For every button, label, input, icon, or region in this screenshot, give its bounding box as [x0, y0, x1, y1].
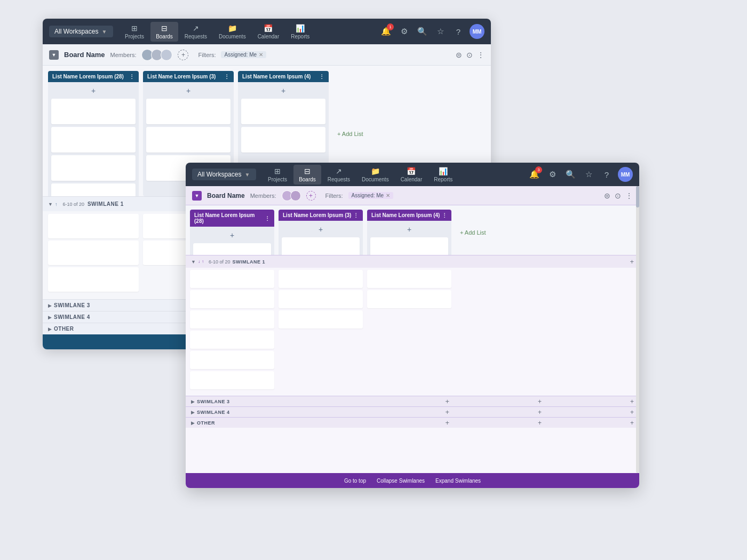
front-col1-card-1[interactable]	[193, 243, 271, 255]
front-swimlane-4-add-col3[interactable]: +	[630, 409, 634, 416]
front-help-btn[interactable]: ?	[600, 167, 614, 181]
front-avatar[interactable]: MM	[618, 167, 633, 182]
front-add-member-btn[interactable]: +	[306, 191, 316, 201]
back-col1-card-4[interactable]	[51, 183, 136, 196]
back-col2-more[interactable]: ⋮	[224, 74, 229, 79]
front-star-btn[interactable]: ☆	[582, 167, 595, 181]
back-col3-card-2[interactable]	[241, 127, 325, 153]
back-filter-icon[interactable]: ⊜	[456, 51, 462, 59]
front-workspace-selector[interactable]: All Workspaces ▼	[192, 169, 256, 180]
front-other-toggle[interactable]: ▶	[191, 420, 195, 426]
back-nav-documents[interactable]: 📁 Documents	[213, 22, 251, 42]
front-other-add-col3[interactable]: +	[630, 419, 634, 427]
back-swimlane-4-toggle[interactable]: ▶	[48, 315, 52, 320]
front-sl1-col2-card-1[interactable]	[279, 270, 363, 288]
back-nav-boards[interactable]: ⊟ Boards	[150, 22, 178, 42]
back-nav-projects[interactable]: ⊞ Projects	[120, 22, 149, 42]
back-nav-requests[interactable]: ↗ Requests	[179, 22, 212, 42]
back-help-btn[interactable]: ?	[451, 25, 465, 38]
front-nav-calendar[interactable]: 📅 Calendar	[395, 165, 428, 185]
back-more-icon[interactable]: ⋮	[477, 51, 484, 59]
front-swimlane-4-add-col2[interactable]: +	[538, 409, 542, 416]
back-search-btn[interactable]: 🔍	[415, 25, 429, 38]
back-col1-more[interactable]: ⋮	[129, 74, 134, 79]
back-col2-card-1[interactable]	[146, 99, 231, 124]
back-add-member-btn[interactable]: +	[178, 50, 188, 60]
front-sl1-col1-card-6[interactable]	[190, 371, 274, 389]
back-col1-card-2[interactable]	[51, 127, 136, 153]
front-swimlane-1-toggle[interactable]: ▼	[191, 259, 196, 265]
front-swimlane-3-toggle[interactable]: ▶	[191, 399, 195, 404]
back-star-btn[interactable]: ☆	[433, 25, 447, 38]
back-view-icon[interactable]: ⊙	[466, 51, 473, 59]
back-col2-add[interactable]: +	[146, 85, 231, 96]
front-nav-documents[interactable]: 📁 Documents	[356, 165, 394, 185]
front-col2-add[interactable]: +	[282, 224, 360, 235]
front-sl1-col1-card-2[interactable]	[190, 290, 274, 308]
back-swimlane-1-toggle[interactable]: ▼	[48, 202, 53, 207]
back-avatar[interactable]: MM	[470, 24, 484, 39]
front-sl1-col1-card-3[interactable]	[190, 310, 274, 329]
back-other-label: OTHER	[54, 326, 74, 332]
front-col2-more[interactable]: ⋮	[353, 212, 359, 218]
front-swimlane-3-add-col2[interactable]: +	[538, 398, 542, 405]
front-filter-icon[interactable]: ⊜	[604, 191, 610, 200]
back-filter-remove[interactable]: ✕	[259, 52, 263, 58]
front-view-icon[interactable]: ⊙	[615, 191, 621, 200]
back-sl1-col1-card-3[interactable]	[48, 267, 139, 292]
front-collapse-btn[interactable]: ▼	[192, 191, 202, 201]
back-collapse-btn[interactable]: ▼	[49, 50, 59, 60]
front-col3-card-1[interactable]	[370, 237, 448, 255]
back-col3-card-1[interactable]	[241, 99, 325, 124]
back-other-toggle[interactable]: ▶	[48, 326, 52, 332]
front-add-list[interactable]: + Add List	[456, 210, 490, 255]
front-nav-boards[interactable]: ⊟ Boards	[293, 165, 321, 185]
front-scrollbar-thumb[interactable]	[636, 186, 639, 207]
back-col3-add[interactable]: +	[241, 85, 325, 96]
back-notifications-btn[interactable]: 🔔 1	[379, 25, 393, 38]
front-sl1-col3-card-2[interactable]	[367, 290, 451, 308]
front-col1-add[interactable]: +	[193, 230, 271, 241]
front-sl1-col2-card-3[interactable]	[279, 310, 363, 329]
front-col3-add[interactable]: +	[370, 224, 448, 235]
back-workspace-selector[interactable]: All Workspaces ▼	[49, 26, 113, 37]
front-filter-remove[interactable]: ✕	[386, 193, 390, 198]
front-col3-more[interactable]: ⋮	[442, 212, 447, 218]
back-col1-card-1[interactable]	[51, 99, 136, 124]
front-swimlane-4-add[interactable]: +	[445, 408, 449, 416]
front-col1-more[interactable]: ⋮	[265, 215, 270, 221]
front-scrollbar[interactable]	[636, 186, 639, 473]
front-swimlane-1-add[interactable]: +	[630, 258, 634, 266]
back-col2-card-2[interactable]	[146, 127, 231, 153]
front-collapse-swimlanes[interactable]: Collapse Swimlanes	[377, 478, 425, 484]
front-go-to-top[interactable]: Go to top	[344, 478, 366, 484]
back-swimlane-3-toggle[interactable]: ▶	[48, 303, 52, 308]
front-search-btn[interactable]: 🔍	[563, 167, 577, 181]
front-nav-reports[interactable]: 📊 Reports	[428, 165, 458, 185]
front-expand-swimlanes[interactable]: Expand Swimlanes	[435, 478, 481, 484]
front-other-add-col2[interactable]: +	[538, 419, 542, 427]
front-swimlane-3-add[interactable]: +	[445, 397, 449, 405]
back-col1-add[interactable]: +	[51, 85, 136, 96]
back-settings-btn[interactable]: ⚙	[397, 25, 411, 38]
back-sl1-col1-card-2[interactable]	[48, 241, 139, 265]
front-notifications-btn[interactable]: 🔔 3	[527, 167, 541, 181]
back-col1-card-3[interactable]	[51, 155, 136, 181]
front-settings-btn[interactable]: ⚙	[545, 167, 559, 181]
front-sl1-col1-card-4[interactable]	[190, 331, 274, 349]
front-sl1-col2-card-2[interactable]	[279, 290, 363, 308]
front-swimlane-3-add-col3[interactable]: +	[630, 398, 634, 405]
back-nav-calendar[interactable]: 📅 Calendar	[252, 22, 285, 42]
front-more-icon[interactable]: ⋮	[625, 191, 633, 200]
front-sl1-col3-card-1[interactable]	[367, 270, 451, 288]
front-swimlane-4-toggle[interactable]: ▶	[191, 410, 195, 415]
front-other-add[interactable]: +	[445, 419, 449, 427]
front-nav-requests[interactable]: ↗ Requests	[322, 165, 355, 185]
back-col3-more[interactable]: ⋮	[319, 74, 324, 79]
back-sl1-col1-card-1[interactable]	[48, 214, 139, 238]
front-nav-projects[interactable]: ⊞ Projects	[263, 165, 292, 185]
front-sl1-col1-card-1[interactable]	[190, 270, 274, 288]
front-sl1-col1-card-5[interactable]	[190, 351, 274, 369]
back-nav-reports[interactable]: 📊 Reports	[285, 22, 315, 42]
front-col2-card-1[interactable]	[282, 237, 360, 255]
